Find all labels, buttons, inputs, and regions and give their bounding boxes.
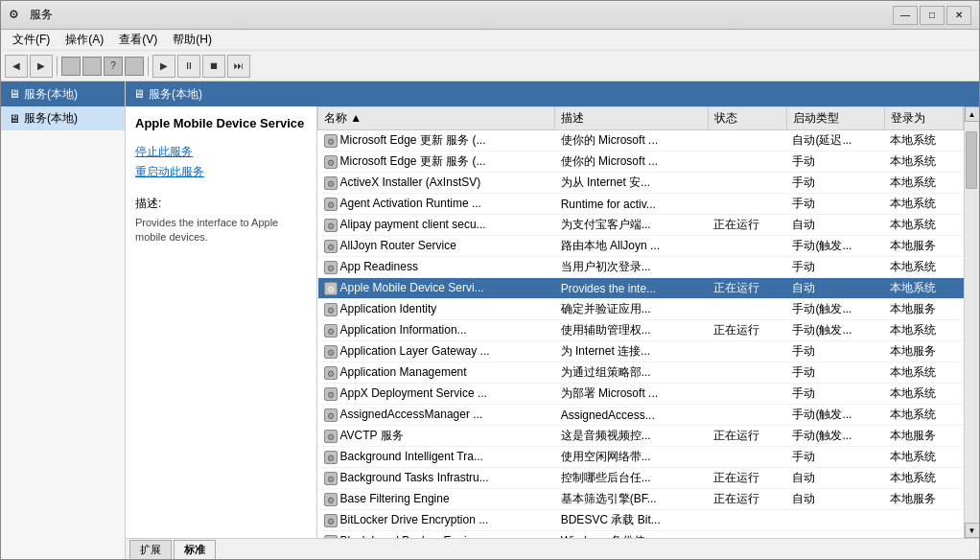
restart-button[interactable]: ⏭: [227, 55, 250, 78]
tab-标准[interactable]: 标准: [174, 540, 216, 559]
selected-service-name: Apple Mobile Device Service: [135, 116, 307, 132]
title-controls: — □ ✕: [893, 6, 971, 25]
table-row[interactable]: ⚙Block Level Backup EngineWindows 备份使...: [318, 531, 964, 539]
service-starttype-cell: 手动(触发...: [786, 426, 884, 447]
service-desc-cell: 这是音频视频控...: [555, 426, 708, 447]
service-icon: ⚙: [324, 451, 338, 464]
table-row[interactable]: ⚙AppX Deployment Service ...为部署 Microsof…: [318, 384, 964, 405]
scroll-up-button[interactable]: ▲: [965, 106, 980, 122]
service-logon-cell: 本地系统: [884, 152, 963, 173]
service-icon: ⚙: [324, 155, 338, 169]
table-row[interactable]: ⚙Application Identity确定并验证应用...手动(触发...本…: [318, 299, 964, 320]
stop-service-link[interactable]: 停止此服务: [135, 144, 307, 160]
service-starttype-cell: 自动(延迟...: [786, 130, 884, 152]
table-row[interactable]: ⚙Apple Mobile Device Servi...Provides th…: [318, 278, 964, 299]
table-row[interactable]: ⚙Base Filtering Engine基本筛选引擎(BF...正在运行自动…: [318, 489, 964, 510]
service-status-cell: [708, 130, 786, 152]
scroll-down-button[interactable]: ▼: [965, 523, 980, 538]
menu-item-文件(F)[interactable]: 文件(F): [5, 30, 58, 50]
scroll-thumb[interactable]: [966, 131, 977, 189]
menu-item-帮助(H)[interactable]: 帮助(H): [165, 30, 220, 50]
forward-button[interactable]: ▶: [30, 55, 53, 78]
service-status-cell: [708, 257, 786, 278]
service-desc-cell: 为通过组策略部...: [555, 362, 708, 384]
service-status-cell: [708, 405, 786, 426]
service-status-cell: 正在运行: [708, 278, 786, 299]
table-container[interactable]: 名称 ▲ 描述 状态 启动类型 登录为 ⚙Microsoft Edge 更新 服…: [317, 106, 964, 538]
col-name[interactable]: 名称 ▲: [318, 107, 555, 130]
table-row[interactable]: ⚙Application Management为通过组策略部...手动本地系统: [318, 362, 964, 384]
table-row[interactable]: ⚙Microsoft Edge 更新 服务 (...使你的 Microsoft …: [318, 152, 964, 173]
sidebar-header: 🖥 服务(本地): [1, 82, 125, 106]
service-logon-cell: 本地服务: [884, 426, 963, 447]
toolbar-btn-3[interactable]: ?: [104, 57, 123, 76]
menu-item-查看(V)[interactable]: 查看(V): [111, 30, 165, 50]
service-name-cell: ⚙AllJoyn Router Service: [318, 236, 555, 257]
toolbar-btn-4[interactable]: [125, 57, 144, 76]
toolbar-btn-2[interactable]: [82, 57, 102, 76]
table-row[interactable]: ⚙Background Tasks Infrastru...控制哪些后台任...…: [318, 468, 964, 489]
service-name-cell: ⚙Apple Mobile Device Servi...: [318, 278, 555, 299]
col-desc[interactable]: 描述: [555, 107, 708, 130]
title-bar-left: ⚙ 服务: [9, 7, 53, 23]
service-desc-cell: Windows 备份使...: [555, 531, 708, 539]
table-row[interactable]: ⚙ActiveX Installer (AxInstSV)为从 Internet…: [318, 173, 964, 194]
col-logon[interactable]: 登录为: [884, 107, 963, 130]
vertical-scrollbar[interactable]: ▲ ▼: [964, 106, 979, 538]
service-starttype-cell: 手动: [786, 362, 884, 384]
service-logon-cell: 本地服务: [884, 299, 963, 320]
table-row[interactable]: ⚙App Readiness当用户初次登录...手动本地系统: [318, 257, 964, 278]
col-starttype[interactable]: 启动类型: [786, 107, 884, 130]
table-row[interactable]: ⚙AllJoyn Router Service路由本地 AllJoyn ...手…: [318, 236, 964, 257]
table-row[interactable]: ⚙BitLocker Drive Encryption ...BDESVC 承载…: [318, 510, 964, 531]
service-desc-cell: 控制哪些后台任...: [555, 468, 708, 489]
service-status-cell: [708, 173, 786, 194]
service-starttype-cell: 手动: [786, 341, 884, 362]
sidebar-item-label: 服务(本地): [24, 110, 78, 127]
window-title: 服务: [30, 7, 53, 23]
table-row[interactable]: ⚙Application Layer Gateway ...为 Internet…: [318, 341, 964, 362]
table-row[interactable]: ⚙AssignedAccessManager ...AssignedAccess…: [318, 405, 964, 426]
maximize-button[interactable]: □: [920, 6, 945, 25]
service-name-cell: ⚙AssignedAccessManager ...: [318, 405, 555, 426]
pause-button[interactable]: ⏸: [177, 55, 200, 78]
back-button[interactable]: ◀: [5, 55, 28, 78]
close-button[interactable]: ✕: [946, 6, 971, 25]
main-window: ⚙ 服务 — □ ✕ 文件(F)操作(A)查看(V)帮助(H) ◀ ▶ ? ▶ …: [0, 0, 980, 560]
service-name-cell: ⚙Application Layer Gateway ...: [318, 341, 555, 362]
main-content: 🖥 服务(本地) 🖥 服务(本地) 🖥 服务(本地) Apple Mobile …: [1, 82, 979, 559]
menu-item-操作(A)[interactable]: 操作(A): [58, 30, 111, 50]
service-logon-cell: 本地服务: [884, 236, 963, 257]
service-status-cell: 正在运行: [708, 468, 786, 489]
service-desc-cell: 使用空闲网络带...: [555, 447, 708, 468]
service-name-cell: ⚙Alipay payment client secu...: [318, 215, 555, 236]
col-status[interactable]: 状态: [708, 107, 786, 130]
table-row[interactable]: ⚙Background Intelligent Tra...使用空闲网络带...…: [318, 447, 964, 468]
sidebar-item-local[interactable]: 🖥 服务(本地): [1, 106, 125, 130]
service-name-cell: ⚙Background Tasks Infrastru...: [318, 468, 555, 489]
table-row[interactable]: ⚙Application Information...使用辅助管理权...正在运…: [318, 320, 964, 341]
service-status-cell: 正在运行: [708, 320, 786, 341]
service-logon-cell: 本地系统: [884, 447, 963, 468]
tab-扩展[interactable]: 扩展: [129, 540, 172, 559]
table-row[interactable]: ⚙Alipay payment client secu...为支付宝客户端...…: [318, 215, 964, 236]
stop-button[interactable]: ⏹: [202, 55, 225, 78]
restart-service-link[interactable]: 重启动此服务: [135, 164, 307, 180]
toolbar-separator-1: [57, 57, 58, 76]
toolbar-separator-2: [148, 57, 149, 76]
service-status-cell: 正在运行: [708, 426, 786, 447]
minimize-button[interactable]: —: [893, 6, 918, 25]
play-button[interactable]: ▶: [152, 55, 175, 78]
service-icon: ⚙: [324, 535, 338, 538]
table-row[interactable]: ⚙AVCTP 服务这是音频视频控...正在运行手动(触发...本地服务: [318, 426, 964, 447]
service-logon-cell: 本地系统: [884, 257, 963, 278]
toolbar-btn-1[interactable]: [61, 57, 81, 76]
table-row[interactable]: ⚙Microsoft Edge 更新 服务 (...使你的 Microsoft …: [318, 130, 964, 152]
service-status-cell: [708, 341, 786, 362]
service-icon: ⚙: [324, 219, 338, 232]
scroll-track[interactable]: [965, 122, 980, 523]
service-desc-cell: 为支付宝客户端...: [555, 215, 708, 236]
service-starttype-cell: 手动: [786, 152, 884, 173]
service-status-cell: [708, 362, 786, 384]
table-row[interactable]: ⚙Agent Activation Runtime ...Runtime for…: [318, 194, 964, 215]
